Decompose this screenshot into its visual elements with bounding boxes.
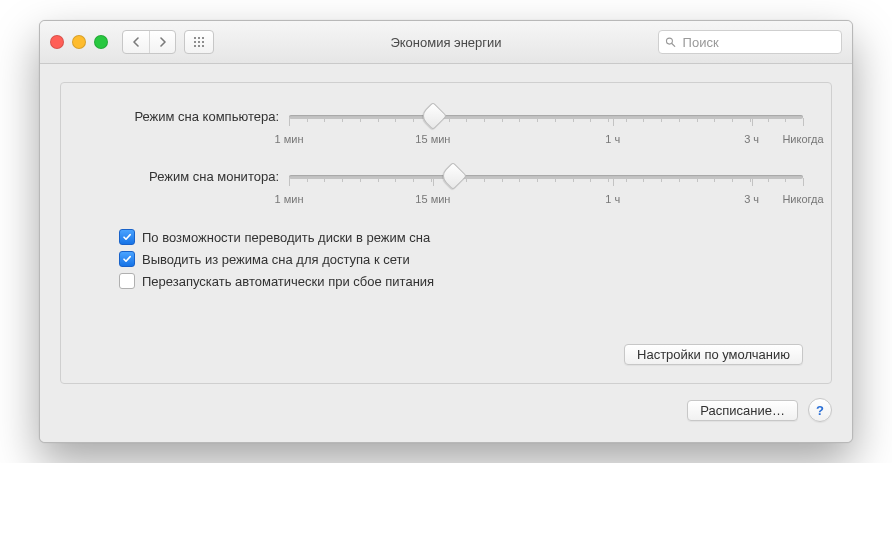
check-auto-restart[interactable]: Перезапускать автоматически при сбое пит… (119, 273, 803, 289)
tick-never: Никогда (782, 193, 823, 205)
traffic-lights (50, 35, 108, 49)
checkbox-group: По возможности переводить диски в режим … (119, 229, 803, 289)
svg-point-1 (198, 37, 200, 39)
svg-point-8 (202, 45, 204, 47)
zoom-icon[interactable] (94, 35, 108, 49)
display-sleep-row: Режим сна монитора: 1 мин 15 мин 1 ч 3 ч… (89, 169, 803, 207)
svg-point-9 (666, 38, 672, 44)
window-footer: Расписание… ? (60, 398, 832, 422)
search-input[interactable] (681, 34, 835, 51)
help-icon: ? (816, 403, 824, 418)
check-label: Перезапускать автоматически при сбое пит… (142, 274, 434, 289)
nav-segmented (122, 30, 176, 54)
tick-1min: 1 мин (275, 193, 304, 205)
svg-point-6 (194, 45, 196, 47)
preferences-window: Экономия энергии Режим сна компьютера: 1… (39, 20, 853, 443)
computer-sleep-row: Режим сна компьютера: 1 мин 15 мин 1 ч 3… (89, 109, 803, 147)
help-button[interactable]: ? (808, 398, 832, 422)
svg-point-3 (194, 41, 196, 43)
restore-defaults-button[interactable]: Настройки по умолчанию (624, 344, 803, 365)
svg-point-5 (202, 41, 204, 43)
tick-3h: 3 ч (744, 133, 759, 145)
display-sleep-slider[interactable]: 1 мин 15 мин 1 ч 3 ч Никогда (289, 169, 803, 207)
chevron-right-icon (159, 37, 167, 47)
svg-point-4 (198, 41, 200, 43)
grid-icon (193, 36, 205, 48)
titlebar: Экономия энергии (40, 21, 852, 64)
svg-line-10 (672, 44, 675, 47)
settings-panel: Режим сна компьютера: 1 мин 15 мин 1 ч 3… (60, 82, 832, 384)
slider-ticks (289, 118, 803, 126)
chevron-left-icon (132, 37, 140, 47)
slider-track (289, 175, 803, 179)
tick-15min: 15 мин (415, 133, 450, 145)
slider-ticks (289, 178, 803, 186)
check-wake-for-network[interactable]: Выводить из режима сна для доступа к сет… (119, 251, 803, 267)
show-all-button[interactable] (184, 30, 214, 54)
check-label: По возможности переводить диски в режим … (142, 230, 430, 245)
slider-tick-labels: 1 мин 15 мин 1 ч 3 ч Никогда (289, 193, 803, 207)
slider-track (289, 115, 803, 119)
search-icon (665, 36, 676, 48)
checkbox-icon (119, 251, 135, 267)
check-disks[interactable]: По возможности переводить диски в режим … (119, 229, 803, 245)
forward-button[interactable] (149, 31, 175, 53)
back-button[interactable] (123, 31, 149, 53)
panel-footer: Настройки по умолчанию (89, 344, 803, 365)
check-label: Выводить из режима сна для доступа к сет… (142, 252, 410, 267)
display-sleep-label: Режим сна монитора: (89, 169, 289, 184)
window-body: Режим сна компьютера: 1 мин 15 мин 1 ч 3… (40, 64, 852, 442)
tick-1min: 1 мин (275, 133, 304, 145)
checkbox-icon (119, 273, 135, 289)
search-field[interactable] (658, 30, 842, 54)
minimize-icon[interactable] (72, 35, 86, 49)
schedule-button[interactable]: Расписание… (687, 400, 798, 421)
tick-15min: 15 мин (415, 193, 450, 205)
svg-point-2 (202, 37, 204, 39)
computer-sleep-slider[interactable]: 1 мин 15 мин 1 ч 3 ч Никогда (289, 109, 803, 147)
tick-1h: 1 ч (605, 133, 620, 145)
tick-1h: 1 ч (605, 193, 620, 205)
computer-sleep-label: Режим сна компьютера: (89, 109, 289, 124)
close-icon[interactable] (50, 35, 64, 49)
svg-point-7 (198, 45, 200, 47)
checkbox-icon (119, 229, 135, 245)
tick-never: Никогда (782, 133, 823, 145)
slider-tick-labels: 1 мин 15 мин 1 ч 3 ч Никогда (289, 133, 803, 147)
tick-3h: 3 ч (744, 193, 759, 205)
svg-point-0 (194, 37, 196, 39)
